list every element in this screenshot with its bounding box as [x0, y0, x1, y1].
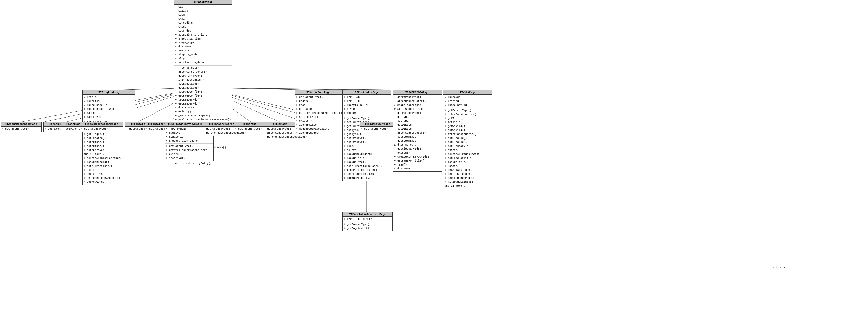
box-fields-IIBlogPosting: # $title # $created # $blog_node_id # $b…	[83, 95, 135, 120]
box-title-IISCORM2004Page: IISCORM2004Page	[393, 91, 441, 95]
box-IISCORM2004Page: IISCORM2004Page + getParentType() + afte…	[393, 90, 442, 172]
box-title-IIWikiPage: IIWikiPage	[443, 91, 492, 95]
svg-line-17	[203, 88, 417, 90]
and-more-label: and more	[772, 266, 786, 269]
box-IIPageLayoutPage: IIPageLayoutPage + getParentType()	[360, 122, 395, 132]
box-fields-IIPortfolioPage: + TYPE_PAGE + TYPE_BLOG # $portfolio_id …	[343, 95, 391, 116]
box-IIPortfolioTemplatePage: IIPortfolioTemplatePage + TYPE_BLOG_TEMP…	[342, 212, 393, 231]
box-methods-IIWikiPage: + getParentType() + afterConstructor() +…	[443, 108, 492, 189]
box-title-IIAssSpecFeedbackPage: IIAssSpecFeedbackPage	[80, 122, 123, 127]
box-title-IIBlogPosting: IIBlogPosting	[83, 91, 135, 95]
box-IIAssGenFeedbackPage: IIAssGenFeedbackPage + getParentType()	[1, 122, 42, 132]
box-methods-IIMediaPoolPage: + getParentType() + update() + read() + …	[295, 95, 342, 136]
box-IIBlogPosting: IIBlogPosting # $title # $created # $blo…	[82, 90, 135, 185]
box-fields-IIPortfolioTemplatePage: + TYPE_BLOG_TEMPLATE	[343, 217, 393, 222]
box-methods-IIPortfolioTemplatePage: + getParentType() + getPageOrder()	[343, 222, 393, 231]
box-title-IIPortfolioTemplatePage: IIPortfolioTemplatePage	[343, 212, 393, 217]
box-title-IIPageLayoutPage: IIPageLayoutPage	[360, 122, 395, 127]
box-IIAssSpecFeedbackPage: IIAssSpecFeedbackPage + getParentType()	[80, 122, 123, 132]
box-methods-IIDclDetailedViewDefinition: + getParentType() + getAvailablePlacehol…	[165, 144, 213, 161]
box-methods-IIPageLayoutPage: + getParentType()	[360, 127, 395, 132]
box-methods-IISCORM2004Page: + getParentType() + afterConstructor() #…	[393, 95, 441, 171]
box-title-IIPageObject: IIPageObject	[174, 0, 232, 4]
box-IIMediaPoolPage: IIMediaPoolPage + getParentType() + upda…	[294, 90, 342, 136]
box-methods-IIImprint: + getParentType()	[234, 127, 265, 132]
box-title-IIAssGenFeedbackPage: IIAssGenFeedbackPage	[1, 122, 41, 127]
box-IIPortfolioPage: IIPortfolioPage + TYPE_PAGE + TYPE_BLOG …	[342, 90, 392, 181]
box-IIWikiPage: IIWikiPage # $blocked # $rating # $hide_…	[443, 90, 492, 189]
box-fields-IIPageObject: + $id + $alias + $dom + $xml + $encoding…	[174, 4, 232, 66]
box-methods-IIAssSpecFeedbackPage: + getParentType()	[80, 127, 123, 132]
box-IIImprint: IIImprint + getParentType()	[234, 122, 266, 132]
box-methods-IIAssGenFeedbackPage: + getParentType()	[1, 127, 41, 132]
diagram-container: IIPageObject + $id + $alias + $dom + $xm…	[0, 0, 868, 335]
box-title-IIImprint: IIImprint	[234, 122, 265, 127]
box-title-IIMediaPoolPage: IIMediaPoolPage	[295, 91, 342, 95]
box-fields-IIWikiPage: # $blocked # $rating # $hide_adv_md	[443, 95, 492, 108]
box-title-IIPortfolioPage: IIPortfolioPage	[343, 91, 391, 95]
